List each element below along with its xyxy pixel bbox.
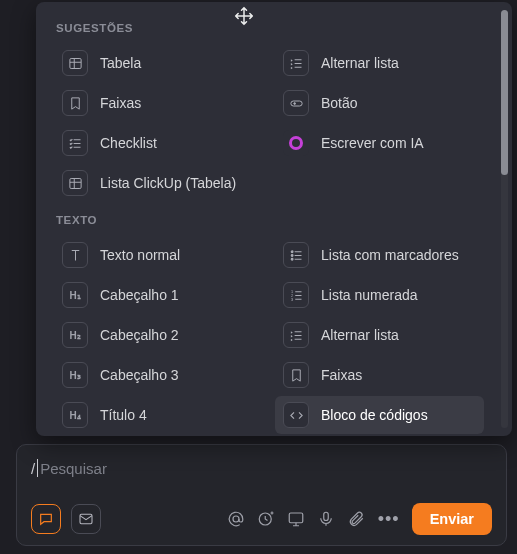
bookmark-icon	[283, 362, 309, 388]
mention-icon[interactable]	[226, 509, 246, 529]
menu-item-heading-2[interactable]: H₂ Cabeçalho 2	[54, 316, 263, 354]
h2-icon: H₂	[62, 322, 88, 348]
search-input[interactable]: /Pesquisar	[31, 459, 492, 477]
menu-item-label: Lista numerada	[321, 287, 418, 303]
chat-mode-button[interactable]	[31, 504, 61, 534]
screen-icon[interactable]	[286, 509, 306, 529]
menu-item-label: Cabeçalho 1	[100, 287, 179, 303]
menu-item-bulleted-list[interactable]: Lista com marcadores	[275, 236, 484, 274]
mic-icon[interactable]	[316, 509, 336, 529]
svg-rect-1	[290, 101, 301, 106]
menu-item-clickup-list[interactable]: Lista ClickUp (Tabela)	[54, 164, 260, 202]
section-text-title: TEXTO	[54, 208, 502, 236]
numbered-list-icon: 123	[283, 282, 309, 308]
button-icon	[283, 90, 309, 116]
menu-item-toggle-list[interactable]: Alternar lista	[275, 44, 484, 82]
search-placeholder: Pesquisar	[40, 460, 107, 477]
menu-item-banner[interactable]: Faixas	[54, 84, 263, 122]
h1-icon: H₁	[62, 282, 88, 308]
table-icon	[62, 50, 88, 76]
slash-prefix: /	[31, 460, 35, 477]
svg-point-4	[291, 250, 293, 252]
toggle-list-icon	[283, 322, 309, 348]
menu-item-label: Lista ClickUp (Tabela)	[100, 175, 236, 191]
menu-item-label: Faixas	[100, 95, 141, 111]
svg-point-2	[293, 102, 295, 104]
move-cursor-icon	[234, 6, 254, 26]
menu-item-label: Texto normal	[100, 247, 180, 263]
svg-text:3: 3	[290, 297, 292, 301]
text-icon	[62, 242, 88, 268]
menu-item-code-block[interactable]: Bloco de códigos	[275, 396, 484, 434]
menu-item-heading-4[interactable]: H₄ Título 4	[54, 396, 263, 434]
more-icon[interactable]: •••	[376, 510, 402, 528]
suggestions-grid: Tabela Alternar lista Faixas Botão Check	[54, 44, 502, 202]
menu-item-label: Escrever com IA	[321, 135, 424, 151]
menu-item-toggle-list-2[interactable]: Alternar lista	[275, 316, 484, 354]
menu-item-label: Alternar lista	[321, 327, 399, 343]
menu-item-label: Botão	[321, 95, 358, 111]
menu-item-banner-2[interactable]: Faixas	[275, 356, 484, 394]
table-icon	[62, 170, 88, 196]
blocks-menu: SUGESTÕES Tabela Alternar lista Faixas B…	[36, 2, 512, 436]
bookmark-icon	[62, 90, 88, 116]
send-button[interactable]: Enviar	[412, 503, 492, 535]
menu-item-label: Lista com marcadores	[321, 247, 459, 263]
svg-point-11	[233, 516, 239, 522]
h4-icon: H₄	[62, 402, 88, 428]
h3-icon: H₃	[62, 362, 88, 388]
menu-item-label: Tabela	[100, 55, 141, 71]
menu-item-table[interactable]: Tabela	[54, 44, 263, 82]
menu-item-write-with-ai[interactable]: Escrever com IA	[275, 124, 484, 162]
scrollbar[interactable]	[501, 10, 508, 428]
svg-rect-13	[289, 513, 303, 523]
clock-add-icon[interactable]	[256, 509, 276, 529]
svg-rect-10	[80, 514, 92, 523]
menu-item-button[interactable]: Botão	[275, 84, 484, 122]
scrollbar-thumb[interactable]	[501, 10, 508, 175]
menu-item-heading-3[interactable]: H₃ Cabeçalho 3	[54, 356, 263, 394]
menu-item-checklist[interactable]: Checklist	[54, 124, 263, 162]
menu-item-label: Bloco de códigos	[321, 407, 428, 423]
mail-mode-button[interactable]	[71, 504, 101, 534]
menu-item-label: Cabeçalho 2	[100, 327, 179, 343]
toggle-list-icon	[283, 50, 309, 76]
svg-rect-0	[69, 58, 80, 68]
text-grid: Texto normal Lista com marcadores H₁ Cab…	[54, 236, 502, 436]
menu-item-normal-text[interactable]: Texto normal	[54, 236, 263, 274]
code-icon	[283, 402, 309, 428]
svg-rect-3	[69, 178, 80, 188]
text-caret	[37, 459, 38, 477]
attachment-icon[interactable]	[346, 509, 366, 529]
menu-item-label: Checklist	[100, 135, 157, 151]
menu-item-label: Faixas	[321, 367, 362, 383]
ai-icon	[283, 130, 309, 156]
section-suggestions-title: SUGESTÕES	[54, 16, 502, 44]
svg-point-6	[291, 258, 293, 260]
menu-item-heading-1[interactable]: H₁ Cabeçalho 1	[54, 276, 263, 314]
menu-item-label: Título 4	[100, 407, 147, 423]
menu-item-label: Alternar lista	[321, 55, 399, 71]
checklist-icon	[62, 130, 88, 156]
menu-item-label: Cabeçalho 3	[100, 367, 179, 383]
menu-item-numbered-list[interactable]: 123 Lista numerada	[275, 276, 484, 314]
chat-input-bar: /Pesquisar	[16, 444, 507, 546]
svg-rect-14	[324, 512, 329, 520]
bulleted-list-icon	[283, 242, 309, 268]
svg-point-5	[291, 254, 293, 256]
